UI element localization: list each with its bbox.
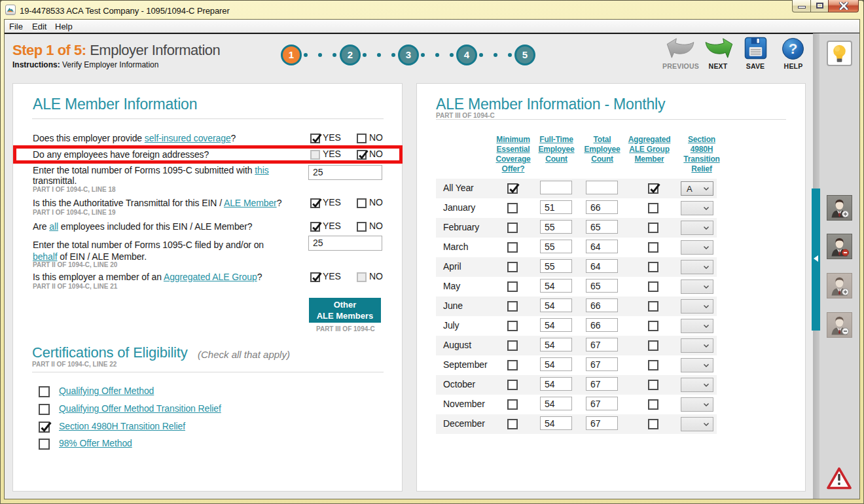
svg-text:?: ?: [789, 41, 798, 57]
